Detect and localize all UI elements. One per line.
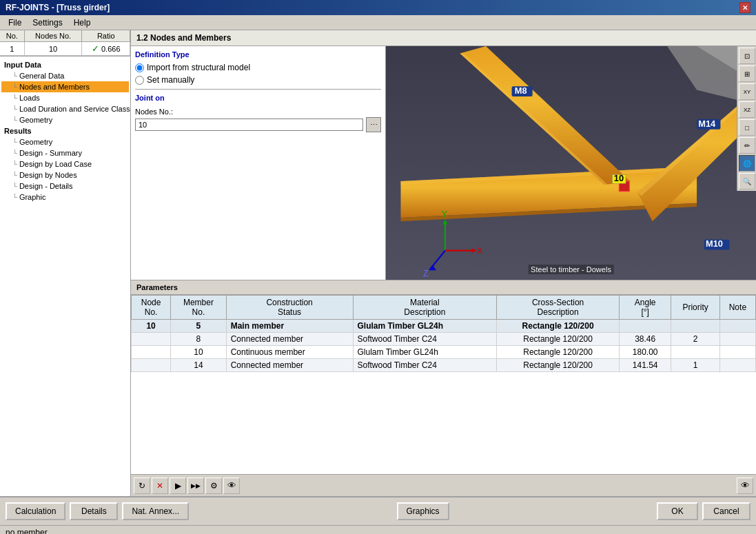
col-material: MaterialDescription [353,296,497,320]
nodes-no-row: ⋯ [135,117,381,132]
tree-item-design-details[interactable]: Design - Details [1,181,129,192]
params-toolbar: ↻ ✕ ▶ ▶▶ ⚙ 👁 👁 [131,474,756,496]
params-table: NodeNo. MemberNo. ConstructionStatus Mat… [131,295,756,372]
details-button[interactable]: Details [70,502,118,520]
view-xz-btn[interactable]: XZ [739,101,755,118]
cell-construction-status: Connected member [226,359,353,372]
cell-priority [671,346,719,359]
table-row[interactable]: 14 Connected member Softwood Timber C24 … [132,359,756,372]
tree-item-general-data[interactable]: General Data [1,70,129,81]
cell-node-no: 10 [132,320,171,333]
toolbar-right: 👁 [737,477,753,494]
tree-item-graphic[interactable]: Graphic [1,192,129,203]
tree-item-design-load-case[interactable]: Design by Load Case [1,158,129,170]
radio-import-input[interactable] [135,63,144,72]
tree-item-load-duration[interactable]: Load Duration and Service Class [1,103,129,114]
col-priority: Priority [671,296,719,320]
svg-text:M8: M8 [515,85,527,96]
radio-manual-input[interactable] [135,76,144,85]
zoom-fit-btn[interactable]: 🔍 [739,173,755,189]
cell-angle [619,320,671,333]
view-label: Steel to timber - Dowels [528,265,614,274]
menu-help[interactable]: Help [68,17,96,29]
zoom-select-btn[interactable]: ⊞ [739,65,755,82]
cell-note [719,359,755,372]
tree-item-geometry-input[interactable]: Geometry [1,114,129,125]
cell-material: Glulam Timber GL24h [353,320,497,333]
special-btn[interactable]: ⚙ [205,477,222,494]
col-member-no: MemberNo. [171,296,226,320]
globe-btn[interactable]: 🌐 [739,155,755,172]
nat-annex-button[interactable]: Nat. Annex... [122,502,189,520]
col-cross-section: Cross-SectionDescription [497,296,620,320]
tree-item-nodes-members[interactable]: Nodes and Members [1,81,129,92]
cell-member-no: 8 [171,333,226,346]
cell-angle: 38.46 [619,333,671,346]
cell-construction-status: Main member [226,320,353,333]
radio-import[interactable]: Import from structural model [135,63,381,72]
col-construction-status: ConstructionStatus [226,296,353,320]
col-nodes-no: Nodes No. [24,30,82,42]
close-button[interactable]: ✕ [739,2,750,13]
tree-item-loads[interactable]: Loads [1,92,129,103]
col-note: Note [719,296,755,320]
view-xy-btn[interactable]: XY [739,83,755,100]
node-list-table: No. Nodes No. Ratio 1 10 ✓ 0.666 [0,30,130,57]
truss-diagram: X Y Z M8 M14 M10 10 [386,46,756,280]
svg-text:X: X [477,245,483,256]
cell-nodes-no: 10 [24,42,82,56]
eye-btn[interactable]: 👁 [223,477,240,494]
ok-button[interactable]: OK [657,502,698,520]
cell-node-no [132,333,171,346]
tree-item-geometry-result[interactable]: Geometry [1,136,129,147]
titlebar-title: RF-JOINTS - [Truss girder] [6,3,739,12]
calc-button[interactable]: Calculation [6,502,65,520]
tree-item-design-nodes[interactable]: Design by Nodes [1,170,129,181]
graphics-button[interactable]: Graphics [397,502,449,520]
refresh-btn[interactable]: ↻ [134,477,150,494]
results-section: Results [1,125,129,136]
radio-manual[interactable]: Set manually [135,75,381,85]
svg-text:10: 10 [614,173,624,183]
top-right-area: Definition Type Import from structural m… [131,46,756,280]
menu-file[interactable]: File [3,17,27,29]
table-row[interactable]: 8 Connected member Softwood Timber C24 R… [132,333,756,346]
col-angle: Angle[°] [619,296,671,320]
right-eye-btn[interactable]: 👁 [737,477,753,494]
input-data-section: Input Data [1,59,129,70]
left-panel: No. Nodes No. Ratio 1 10 ✓ 0.666 Input D… [0,30,131,496]
delete-row-btn[interactable]: ✕ [152,477,168,494]
cell-material: Softwood Timber C24 [353,333,497,346]
nodes-no-browse-btn[interactable]: ⋯ [366,117,381,132]
nodes-no-input[interactable] [135,119,363,131]
nodes-no-label: Nodes No.: [135,107,381,116]
tree-nav: Input Data General Data Nodes and Member… [0,57,130,496]
cell-member-no: 14 [171,359,226,372]
cancel-button[interactable]: Cancel [702,502,750,520]
next-row-btn[interactable]: ▶ [170,477,186,494]
cell-priority: 1 [671,359,719,372]
bottom-bar: Calculation Details Nat. Annex... Graphi… [0,496,756,525]
fit-view-btn[interactable]: ⊡ [739,48,755,64]
cell-cross-section: Rectangle 120/200 [497,359,620,372]
table-row[interactable]: 10 Continuous member Glulam Timber GL24h… [132,346,756,359]
col-no: No. [0,30,24,42]
tree-item-design-summary[interactable]: Design - Summary [1,147,129,158]
cell-note [719,320,755,333]
cell-ratio: ✓ 0.666 [82,42,130,56]
menubar: File Settings Help [0,15,756,30]
cell-cross-section: Rectangle 120/200 [497,320,620,333]
last-row-btn[interactable]: ▶▶ [187,477,204,494]
3d-view: X Y Z M8 M14 M10 10 [386,46,756,280]
menu-settings[interactable]: Settings [27,17,68,29]
render-btn[interactable]: □ [739,119,755,136]
cell-no: 1 [0,42,24,56]
titlebar: RF-JOINTS - [Truss girder] ✕ [0,0,756,15]
cell-member-no: 5 [171,320,226,333]
table-row[interactable]: 10 5 Main member Glulam Timber GL24h Rec… [132,320,756,333]
edit-view-btn[interactable]: ✏ [739,137,755,154]
cell-material: Glulam Timber GL24h [353,346,497,359]
table-row[interactable]: 1 10 ✓ 0.666 [0,42,130,56]
nodes-no-group: Nodes No.: ⋯ [135,107,381,132]
cell-cross-section: Rectangle 120/200 [497,333,620,346]
